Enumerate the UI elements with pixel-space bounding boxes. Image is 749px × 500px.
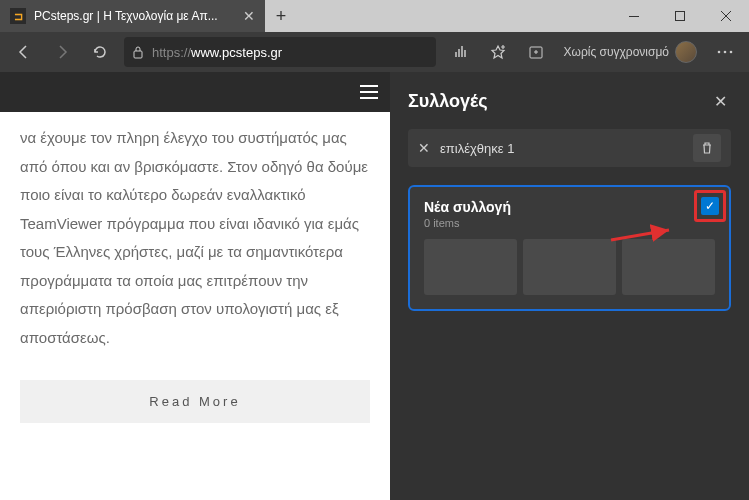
site-header [0,72,390,112]
selection-bar: ✕ επιλέχθηκε 1 [408,129,731,167]
maximize-button[interactable] [657,0,703,32]
checkbox-checked-icon[interactable]: ✓ [701,197,719,215]
new-tab-button[interactable]: + [265,0,297,32]
close-tab-icon[interactable]: ✕ [243,8,255,24]
minimize-button[interactable] [611,0,657,32]
hamburger-menu-icon[interactable] [360,85,378,99]
selection-count: επιλέχθηκε 1 [440,141,683,156]
collection-title: Νέα συλλογή [424,199,715,215]
tab-title: PCsteps.gr | Η Τεχνολογία με Απ... [34,9,235,23]
svg-rect-0 [629,16,639,17]
article-text: να έχουμε τον πληρη έλεγχο του συστήματό… [0,112,390,364]
back-button[interactable] [6,34,42,70]
refresh-button[interactable] [82,34,118,70]
window-titlebar: ⊐ PCsteps.gr | Η Τεχνολογία με Απ... ✕ + [0,0,749,32]
delete-button[interactable] [693,134,721,162]
address-bar[interactable]: https://www.pcsteps.gr [124,37,436,67]
lock-icon [132,45,144,59]
address-text: https://www.pcsteps.gr [152,45,282,60]
forward-button[interactable] [44,34,80,70]
svg-point-5 [724,51,727,54]
collections-panel: Συλλογές ✕ ✕ επιλέχθηκε 1 Νέα συλλογή 0 … [390,72,749,500]
thumbnail [523,239,616,295]
collection-card[interactable]: Νέα συλλογή 0 items ✓ [408,185,731,311]
svg-rect-2 [134,51,142,58]
collection-item-count: 0 items [424,217,715,229]
panel-title: Συλλογές [408,91,488,112]
thumbnail [424,239,517,295]
sync-label: Χωρίς συγχρονισμό [564,45,669,59]
menu-button[interactable] [707,34,743,70]
collections-button[interactable] [518,34,554,70]
favorites-button[interactable] [480,34,516,70]
webpage-content: να έχουμε τον πληρη έλεγχο του συστήματό… [0,72,390,500]
profile-avatar[interactable] [675,41,697,63]
thumbnail [622,239,715,295]
svg-rect-1 [676,12,685,21]
read-aloud-button[interactable] [442,34,478,70]
read-more-button[interactable]: Read More [20,380,370,423]
svg-point-6 [730,51,733,54]
sync-status[interactable]: Χωρίς συγχρονισμό [556,41,705,63]
favicon-icon: ⊐ [10,8,26,24]
browser-tab[interactable]: ⊐ PCsteps.gr | Η Τεχνολογία με Απ... ✕ [0,0,265,32]
clear-selection-button[interactable]: ✕ [418,140,430,156]
close-panel-button[interactable]: ✕ [710,88,731,115]
close-window-button[interactable] [703,0,749,32]
browser-toolbar: https://www.pcsteps.gr Χωρίς συγχρονισμό [0,32,749,72]
collection-thumbnails [424,239,715,295]
svg-point-4 [718,51,721,54]
